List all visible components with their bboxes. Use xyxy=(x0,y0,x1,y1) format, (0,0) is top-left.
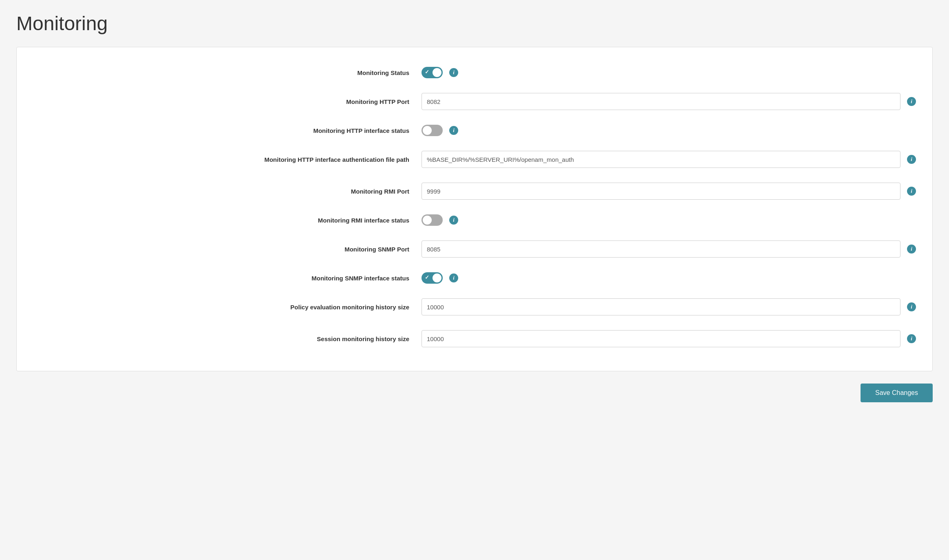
form-container: Monitoring Status✓iMonitoring HTTP Porti… xyxy=(33,60,916,355)
row-monitoring-rmi-port: Monitoring RMI Porti xyxy=(33,175,916,207)
row-monitoring-http-port: Monitoring HTTP Porti xyxy=(33,86,916,117)
label-session-history-size: Session monitoring history size xyxy=(33,335,422,342)
info-icon-monitoring-rmi-interface-status[interactable]: i xyxy=(449,216,458,225)
label-monitoring-rmi-port: Monitoring RMI Port xyxy=(33,188,422,195)
label-monitoring-http-interface-status: Monitoring HTTP interface status xyxy=(33,127,422,134)
save-changes-button[interactable]: Save Changes xyxy=(861,384,933,402)
row-monitoring-status: Monitoring Status✓i xyxy=(33,60,916,86)
control-policy-eval-history-size: i xyxy=(422,298,916,315)
info-icon-policy-eval-history-size[interactable]: i xyxy=(907,302,916,311)
control-monitoring-snmp-interface-status: ✓i xyxy=(422,272,916,284)
row-monitoring-http-interface-status: Monitoring HTTP interface status✓i xyxy=(33,117,916,143)
info-icon-monitoring-snmp-interface-status[interactable]: i xyxy=(449,273,458,282)
control-monitoring-http-auth-path: i xyxy=(422,151,916,168)
toggle-monitoring-rmi-interface-status[interactable]: ✓ xyxy=(422,214,443,226)
control-monitoring-rmi-port: i xyxy=(422,183,916,200)
input-session-history-size[interactable] xyxy=(422,330,900,347)
row-session-history-size: Session monitoring history sizei xyxy=(33,323,916,355)
info-icon-monitoring-status[interactable]: i xyxy=(449,68,458,77)
control-monitoring-snmp-port: i xyxy=(422,240,916,258)
toggle-monitoring-snmp-interface-status[interactable]: ✓ xyxy=(422,272,443,284)
label-policy-eval-history-size: Policy evaluation monitoring history siz… xyxy=(33,304,422,311)
toggle-monitoring-http-interface-status[interactable]: ✓ xyxy=(422,125,443,136)
row-monitoring-snmp-interface-status: Monitoring SNMP interface status✓i xyxy=(33,265,916,291)
info-icon-session-history-size[interactable]: i xyxy=(907,334,916,343)
control-monitoring-http-port: i xyxy=(422,93,916,110)
control-monitoring-rmi-interface-status: ✓i xyxy=(422,214,916,226)
footer: Save Changes xyxy=(16,384,933,402)
input-monitoring-http-port[interactable] xyxy=(422,93,900,110)
label-monitoring-http-auth-path: Monitoring HTTP interface authentication… xyxy=(33,156,422,163)
info-icon-monitoring-http-port[interactable]: i xyxy=(907,97,916,106)
control-session-history-size: i xyxy=(422,330,916,347)
page-title: Monitoring xyxy=(16,12,933,35)
info-icon-monitoring-snmp-port[interactable]: i xyxy=(907,245,916,254)
toggle-monitoring-status[interactable]: ✓ xyxy=(422,67,443,78)
control-monitoring-http-interface-status: ✓i xyxy=(422,125,916,136)
row-monitoring-http-auth-path: Monitoring HTTP interface authentication… xyxy=(33,143,916,175)
row-policy-eval-history-size: Policy evaluation monitoring history siz… xyxy=(33,291,916,323)
info-icon-monitoring-rmi-port[interactable]: i xyxy=(907,187,916,196)
info-icon-monitoring-http-interface-status[interactable]: i xyxy=(449,126,458,135)
settings-card: Monitoring Status✓iMonitoring HTTP Porti… xyxy=(16,47,933,371)
label-monitoring-snmp-port: Monitoring SNMP Port xyxy=(33,246,422,253)
row-monitoring-snmp-port: Monitoring SNMP Porti xyxy=(33,233,916,265)
label-monitoring-rmi-interface-status: Monitoring RMI interface status xyxy=(33,217,422,224)
label-monitoring-status: Monitoring Status xyxy=(33,69,422,76)
label-monitoring-snmp-interface-status: Monitoring SNMP interface status xyxy=(33,275,422,282)
row-monitoring-rmi-interface-status: Monitoring RMI interface status✓i xyxy=(33,207,916,233)
control-monitoring-status: ✓i xyxy=(422,67,916,78)
label-monitoring-http-port: Monitoring HTTP Port xyxy=(33,98,422,105)
input-monitoring-snmp-port[interactable] xyxy=(422,240,900,258)
input-monitoring-http-auth-path[interactable] xyxy=(422,151,900,168)
input-monitoring-rmi-port[interactable] xyxy=(422,183,900,200)
info-icon-monitoring-http-auth-path[interactable]: i xyxy=(907,155,916,164)
input-policy-eval-history-size[interactable] xyxy=(422,298,900,315)
